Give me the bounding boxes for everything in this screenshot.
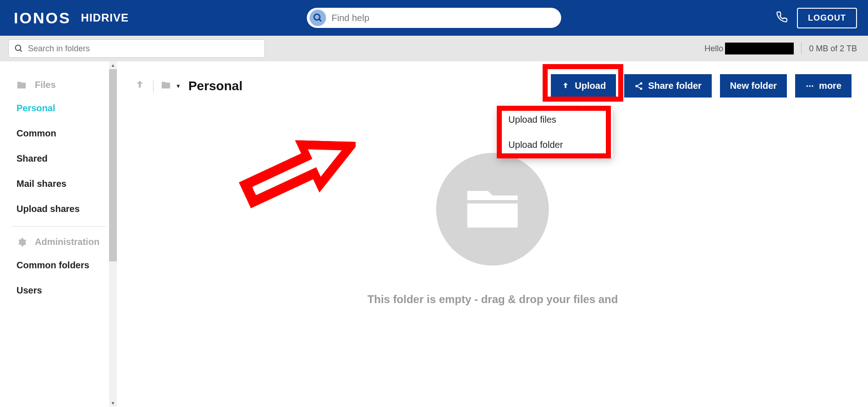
sidebar-files-label: Files [35, 80, 56, 90]
empty-state: This folder is empty - drag & drop your … [368, 153, 618, 306]
search-icon [310, 10, 326, 26]
scroll-up-icon[interactable]: ▲ [109, 61, 117, 69]
more-label: more [819, 81, 841, 91]
folder-search-input[interactable] [28, 44, 259, 54]
scroll-thumb[interactable] [109, 69, 117, 261]
svg-marker-11 [241, 128, 356, 212]
svg-line-3 [20, 50, 22, 52]
up-level-icon[interactable] [134, 79, 146, 93]
search-icon [14, 44, 23, 53]
sidebar-item-shared[interactable]: Shared [0, 146, 117, 171]
empty-message: This folder is empty - drag & drop your … [368, 293, 618, 306]
folder-icon [16, 80, 27, 90]
redacted-username [725, 43, 794, 54]
upload-button[interactable]: Upload [551, 74, 616, 98]
svg-marker-12 [241, 128, 356, 212]
top-header: IONOS HIDRIVE LOGOUT [0, 0, 868, 36]
brand-logo: IONOS [14, 9, 71, 27]
empty-folder-icon [436, 153, 549, 266]
svg-point-7 [806, 85, 808, 87]
svg-point-5 [636, 85, 638, 87]
more-icon [805, 81, 814, 91]
svg-line-1 [319, 19, 321, 22]
sidebar-item-common[interactable]: Common [0, 121, 117, 146]
sidebar-item-personal[interactable]: Personal [0, 96, 117, 121]
phone-icon[interactable] [776, 11, 788, 25]
dropdown-upload-files[interactable]: Upload files [498, 107, 613, 132]
sidebar-item-common-folders[interactable]: Common folders [0, 253, 117, 278]
divider [153, 80, 154, 92]
svg-point-9 [812, 85, 813, 87]
share-label: Share folder [648, 81, 702, 91]
sub-header: Hello 0 MB of 2 TB [0, 36, 868, 61]
help-search-input[interactable] [332, 13, 556, 23]
newfolder-label: New folder [730, 81, 777, 91]
divider [801, 43, 802, 54]
upload-button-wrap: Upload Upload files Upload folder [551, 74, 616, 98]
content-area: ▼ Personal Upload Upload files Upload fo… [117, 61, 868, 407]
app-name: HIDRIVE [81, 11, 129, 24]
gear-icon [16, 237, 27, 247]
svg-marker-10 [241, 128, 356, 212]
sidebar-item-users[interactable]: Users [0, 278, 117, 303]
sidebar-divider [11, 226, 106, 227]
sidebar-section-files[interactable]: Files [0, 74, 117, 96]
folder-icon[interactable] [161, 80, 171, 92]
subheader-status: Hello 0 MB of 2 TB [704, 43, 857, 54]
svg-marker-13 [248, 136, 348, 205]
dropdown-upload-folder[interactable]: Upload folder [498, 132, 613, 157]
sidebar-item-mail-shares[interactable]: Mail shares [0, 171, 117, 196]
svg-rect-14 [467, 200, 518, 204]
folder-search[interactable] [8, 39, 265, 58]
sidebar: Files Personal Common Shared Mail shares… [0, 61, 117, 407]
main-layout: Files Personal Common Shared Mail shares… [0, 61, 868, 407]
chevron-down-icon[interactable]: ▼ [176, 83, 181, 89]
sidebar-section-admin[interactable]: Administration [0, 231, 117, 253]
breadcrumb-row: ▼ Personal Upload Upload files Upload fo… [134, 74, 852, 98]
annotation-arrow-icon [218, 128, 356, 224]
help-search-wrap [307, 8, 561, 28]
greeting-text: Hello [704, 44, 723, 54]
new-folder-button[interactable]: New folder [720, 74, 787, 98]
action-buttons: Upload Upload files Upload folder Share … [551, 74, 852, 98]
svg-point-2 [16, 45, 21, 51]
upload-label: Upload [575, 81, 606, 91]
sidebar-scrollbar[interactable]: ▲ ▼ [109, 61, 117, 407]
upload-dropdown: Upload files Upload folder [498, 107, 613, 157]
svg-point-6 [640, 87, 643, 90]
breadcrumb-title: Personal [188, 79, 242, 93]
svg-point-4 [640, 82, 643, 84]
share-icon [634, 81, 643, 91]
header-right: LOGOUT [776, 8, 857, 28]
storage-text: 0 MB of 2 TB [809, 44, 857, 54]
help-search[interactable] [307, 8, 561, 28]
sidebar-item-upload-shares[interactable]: Upload shares [0, 196, 117, 222]
scroll-down-icon[interactable]: ▼ [109, 399, 117, 407]
svg-point-0 [314, 14, 320, 20]
share-folder-button[interactable]: Share folder [624, 74, 712, 98]
upload-icon [561, 81, 570, 91]
svg-point-8 [809, 85, 811, 87]
logout-button[interactable]: LOGOUT [797, 8, 857, 28]
more-button[interactable]: more [795, 74, 852, 98]
sidebar-admin-label: Administration [35, 237, 99, 247]
